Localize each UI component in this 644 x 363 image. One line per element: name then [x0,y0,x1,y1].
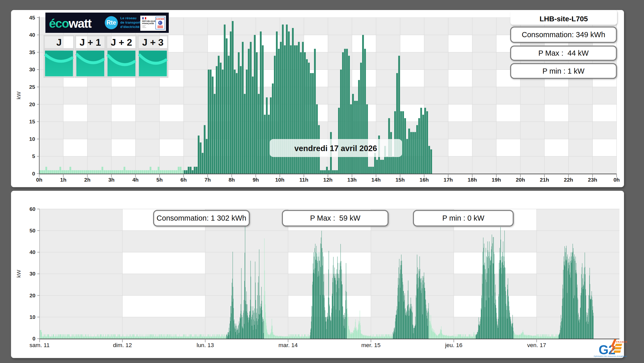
svg-text:35: 35 [29,49,35,55]
svg-text:50: 50 [29,228,35,233]
svg-text:lun. 13: lun. 13 [197,342,214,348]
svg-text:20: 20 [29,292,35,298]
svg-text:J + 2: J + 2 [111,37,132,48]
svg-text:LHB-site-L705: LHB-site-L705 [540,15,588,23]
svg-text:22h: 22h [564,177,573,183]
svg-text:kW: kW [16,92,22,100]
svg-text:15h: 15h [395,177,405,183]
svg-text:9h: 9h [253,177,259,183]
svg-text:60: 60 [29,206,35,212]
svg-text:vendredi 17 avril 2026: vendredi 17 avril 2026 [294,144,377,153]
svg-text:mer. 15: mer. 15 [361,342,381,348]
svg-text:23h: 23h [588,177,597,183]
svg-text:5: 5 [32,153,35,159]
svg-text:21h: 21h [540,177,549,183]
svg-text:FRANCE: FRANCE [616,340,627,343]
svg-text:J + 3: J + 3 [142,37,163,48]
svg-text:Rte: Rte [106,19,116,26]
svg-text:40: 40 [29,32,35,38]
svg-text:0h: 0h [613,177,620,183]
svg-text:7h: 7h [204,177,211,183]
svg-text:1h: 1h [60,177,67,183]
svg-text:25: 25 [29,84,35,90]
svg-text:2h: 2h [84,177,91,183]
svg-text:jeu. 16: jeu. 16 [445,342,463,348]
svg-text:mar. 14: mar. 14 [279,342,298,348]
svg-text:17h: 17h [444,177,453,183]
svg-text:20: 20 [29,101,35,107]
svg-text:FRANÇAISE: FRANÇAISE [142,22,154,25]
svg-text:dim. 12: dim. 12 [113,342,132,348]
svg-text:P min : 1 kW: P min : 1 kW [542,67,584,75]
svg-text:kW: kW [16,270,22,278]
svg-text:Le réseau: Le réseau [120,16,136,20]
svg-text:20h: 20h [516,177,525,183]
svg-text:4h: 4h [132,177,139,183]
svg-text:RÉPUBLIQUE: RÉPUBLIQUE [142,20,156,22]
svg-text:de transport: de transport [120,21,141,24]
svg-text:0: 0 [33,336,36,341]
svg-text:13h: 13h [347,177,356,183]
svg-text:P Max : 44 kW: P Max : 44 kW [538,49,589,57]
svg-text:18h: 18h [468,177,477,183]
svg-text:Consommation: 349 kWh: Consommation: 349 kWh [522,31,605,39]
svg-text:45: 45 [29,15,35,21]
svg-text:P min : 0 kW: P min : 0 kW [442,214,484,222]
svg-text:30: 30 [29,271,35,277]
svg-text:15: 15 [29,119,35,124]
svg-text:P Max : 59 kW: P Max : 59 kW [310,214,361,222]
svg-text:8h: 8h [229,177,235,183]
svg-text:40: 40 [29,249,35,255]
svg-text:10: 10 [29,136,35,142]
svg-text:10: 10 [29,314,35,320]
svg-text:11h: 11h [299,177,308,183]
svg-text:30: 30 [29,66,35,72]
svg-text:14h: 14h [371,177,381,183]
svg-text:16h: 16h [420,177,429,183]
svg-text:ADEME: ADEME [156,18,165,20]
svg-text:Consommation: 1 302 kWh: Consommation: 1 302 kWh [157,214,246,222]
svg-text:J: J [56,37,62,48]
svg-text:6h: 6h [181,177,187,183]
svg-text:J + 1: J + 1 [80,37,101,48]
svg-text:0h: 0h [36,177,43,183]
svg-text:19h: 19h [492,177,501,183]
svg-text:écowatt: écowatt [49,17,92,30]
svg-text:3h: 3h [108,177,115,183]
svg-text:0: 0 [32,171,35,176]
svg-text:5h: 5h [156,177,163,183]
svg-text:d’électricité: d’électricité [120,25,140,29]
svg-text:sam. 11: sam. 11 [29,342,49,348]
svg-text:10h: 10h [275,177,284,183]
svg-text:12h: 12h [323,177,333,183]
svg-text:Optimisation des ressources én: Optimisation des ressources énergétiques [594,355,627,357]
svg-text:ven. 17: ven. 17 [527,342,546,348]
